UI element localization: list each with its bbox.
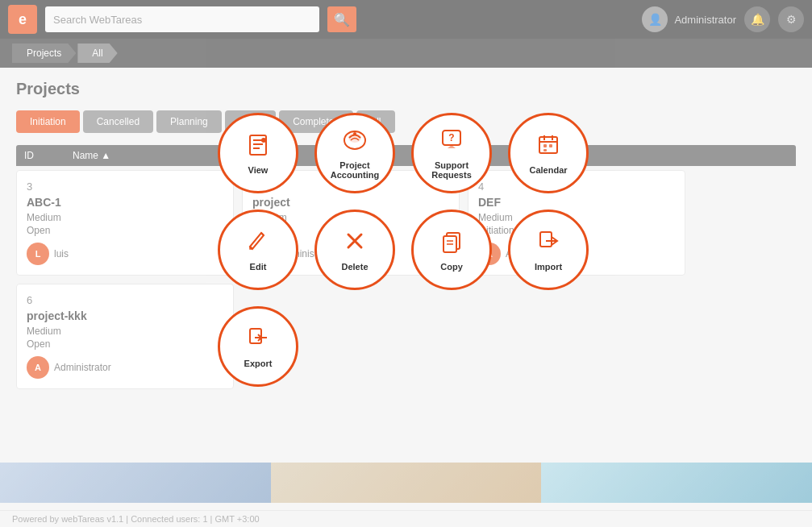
menu-item-delete[interactable]: Delete [314, 210, 395, 290]
export-icon [246, 326, 270, 355]
menu-item-edit-label: Edit [250, 262, 267, 272]
menu-item-export-label: Export [244, 359, 273, 368]
svg-rect-16 [543, 149, 547, 151]
svg-point-4 [261, 138, 266, 143]
calendar-icon [536, 132, 560, 162]
support-requests-icon: ? [439, 127, 464, 157]
context-menu: View Project Accounting ? Support Reques… [218, 113, 597, 395]
svg-rect-14 [543, 144, 547, 147]
menu-item-calendar-label: Calendar [529, 165, 567, 175]
menu-item-project-accounting[interactable]: Project Accounting [314, 113, 395, 193]
menu-item-calendar[interactable]: Calendar [508, 113, 589, 193]
menu-item-export[interactable]: Export [218, 306, 298, 387]
menu-item-accounting-label: Project Accounting [317, 160, 393, 180]
svg-line-17 [261, 233, 264, 235]
delete-icon [343, 229, 367, 259]
svg-rect-10 [539, 137, 557, 153]
edit-icon [246, 229, 270, 259]
menu-item-delete-label: Delete [341, 262, 368, 272]
menu-item-edit[interactable]: Edit [218, 210, 298, 290]
menu-item-import-label: Import [535, 262, 562, 272]
svg-rect-15 [549, 144, 552, 147]
import-icon [536, 229, 560, 259]
view-icon [246, 132, 270, 162]
menu-item-view[interactable]: View [218, 113, 298, 193]
svg-text:?: ? [448, 132, 454, 143]
menu-item-import[interactable]: Import [508, 210, 589, 290]
project-accounting-icon [341, 127, 369, 157]
menu-item-support-requests[interactable]: ? Support Requests [411, 113, 492, 193]
copy-icon [439, 229, 464, 259]
svg-rect-25 [540, 232, 552, 247]
menu-item-view-label: View [248, 165, 269, 175]
menu-item-copy[interactable]: Copy [411, 210, 492, 290]
menu-item-copy-label: Copy [440, 262, 463, 272]
svg-point-7 [353, 132, 356, 135]
menu-item-support-label: Support Requests [414, 160, 489, 180]
